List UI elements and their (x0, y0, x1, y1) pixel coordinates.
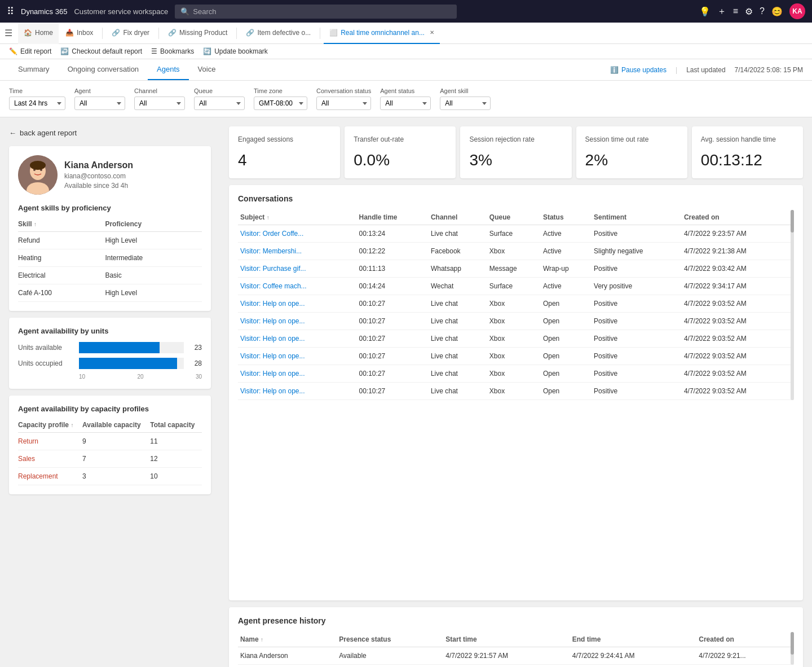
capacity-row: Replacement310 (18, 468, 202, 485)
skill-name: Electrical (18, 267, 105, 284)
conv-status: Active (541, 277, 592, 295)
capacity-available: 9 (82, 433, 150, 450)
settings-icon[interactable]: ⚙ (745, 6, 753, 17)
presence-col-start: Start time (443, 632, 570, 647)
filter-timezone-select[interactable]: GMT-08:00 (254, 96, 307, 110)
tab-bar: ☰ 🏠 Home 📥 Inbox 🔗 Fix dryer 🔗 Missing P… (0, 23, 812, 44)
skill-name: Refund (18, 232, 105, 249)
filter-agent-status-select[interactable]: All (380, 96, 431, 110)
tab-home[interactable]: 🏠 Home (18, 23, 59, 44)
conv-status: Open (541, 365, 592, 382)
update-bookmark-button[interactable]: 🔄 Update bookmark (203, 47, 268, 55)
conv-sentiment: Positive (592, 312, 682, 330)
conv-created: 4/7/2022 9:23:57 AM (682, 225, 794, 242)
conv-subject[interactable]: Visitor: Membershi... (238, 242, 357, 260)
filter-channel-select[interactable]: All (134, 96, 185, 110)
metric-value: 2% (585, 151, 678, 169)
report-tabs: Summary Ongoing conversation Agents Voic… (0, 59, 812, 81)
conversation-row: Visitor: Purchase gif... 00:11:13 Whatsa… (238, 260, 794, 277)
capacity-profile-name[interactable]: Return (18, 433, 82, 450)
add-icon[interactable]: ＋ (717, 6, 726, 17)
scrollbar-thumb[interactable] (791, 210, 794, 232)
checkout-button[interactable]: ↩️ Checkout default report (60, 47, 142, 55)
tab-summary[interactable]: Summary (9, 59, 59, 80)
agent-email: kiana@contoso.com (64, 172, 133, 180)
tab-item-defective[interactable]: 🔗 Item defective o... (240, 23, 316, 44)
user-icon[interactable]: 😊 (771, 6, 783, 17)
conv-subject[interactable]: Visitor: Help on ope... (238, 365, 357, 382)
tab-close-icon[interactable]: ✕ (430, 29, 434, 36)
conv-created: 4/7/2022 9:34:17 AM (682, 277, 794, 295)
conv-handle: 00:10:27 (357, 295, 429, 312)
conv-queue: Xbox (487, 382, 541, 400)
filter-icon[interactable]: ≡ (733, 6, 738, 16)
conv-subject[interactable]: Visitor: Help on ope... (238, 330, 357, 347)
conv-sentiment: Positive (592, 330, 682, 347)
skills-table: Skill ↑ Proficiency RefundHigh LevelHeat… (18, 217, 202, 302)
conv-queue: Xbox (487, 347, 541, 365)
conv-created: 4/7/2022 9:03:52 AM (682, 330, 794, 347)
conv-channel: Live chat (429, 347, 487, 365)
tab-missing-product[interactable]: 🔗 Missing Product (162, 23, 233, 44)
bar-fill (79, 342, 160, 353)
filter-queue-select[interactable]: All (194, 96, 245, 110)
tab-ongoing[interactable]: Ongoing conversation (59, 59, 148, 80)
capacity-profile-name[interactable]: Replacement (18, 468, 82, 485)
edit-report-button[interactable]: ✏️ Edit report (9, 47, 51, 55)
skills-row: Café A-100High Level (18, 284, 202, 302)
filter-conv-status-select[interactable]: All (316, 96, 371, 110)
conv-subject[interactable]: Visitor: Coffee mach... (238, 277, 357, 295)
pause-updates-button[interactable]: ℹ️ Pause updates (610, 66, 667, 74)
tab-realtime[interactable]: ⬜ Real time omnichannel an... ✕ (324, 23, 440, 44)
conv-subject[interactable]: Visitor: Help on ope... (238, 347, 357, 365)
capacity-row: Return911 (18, 433, 202, 450)
capacity-sort-icon[interactable]: ↑ (70, 422, 73, 428)
skill-name: Café A-100 (18, 284, 105, 302)
conv-subject[interactable]: Visitor: Order Coffe... (238, 225, 357, 242)
back-link[interactable]: ← back agent report (9, 126, 211, 139)
search-input[interactable] (193, 7, 451, 16)
lightbulb-icon[interactable]: 💡 (699, 6, 710, 17)
conv-subject[interactable]: Visitor: Help on ope... (238, 312, 357, 330)
conversation-row: Visitor: Order Coffe... 00:13:24 Live ch… (238, 225, 794, 242)
presence-scrollbar-thumb[interactable] (791, 632, 794, 655)
conv-status: Open (541, 382, 592, 400)
capacity-table: Capacity profile ↑ Available capacity To… (18, 418, 202, 485)
presence-sort-icon[interactable]: ↑ (261, 637, 263, 643)
help-icon[interactable]: ? (760, 6, 765, 16)
hamburger-icon[interactable]: ☰ (5, 28, 12, 38)
tab-voice[interactable]: Voice (189, 59, 225, 80)
filter-conv-status: Conversation status All (316, 87, 371, 110)
filter-time-select[interactable]: Last 24 hrs (9, 96, 65, 110)
search-container[interactable]: 🔍 (175, 5, 457, 19)
waffle-icon[interactable]: ⠿ (7, 5, 14, 17)
conversation-row: Visitor: Help on ope... 00:10:27 Live ch… (238, 312, 794, 330)
tab-fix-dryer[interactable]: 🔗 Fix dryer (106, 23, 155, 44)
filter-agent-skill-select[interactable]: All (440, 96, 491, 110)
availability-card: Agent availability by units Units availa… (9, 318, 211, 389)
presence-table: Name ↑ Presence status Start time End ti… (238, 632, 794, 665)
conv-queue: Xbox (487, 312, 541, 330)
bar-axis: 10 20 30 (18, 374, 202, 380)
bookmarks-button[interactable]: ☰ Bookmarks (151, 47, 194, 55)
conv-subject[interactable]: Visitor: Purchase gif... (238, 260, 357, 277)
capacity-total: 12 (150, 450, 202, 468)
avatar[interactable]: KA (789, 3, 805, 19)
presence-scrollbar[interactable] (791, 632, 794, 665)
conv-handle: 00:10:27 (357, 382, 429, 400)
filter-agent-skill: Agent skill All (440, 87, 491, 110)
conv-queue: Xbox (487, 242, 541, 260)
presence-created: 4/7/2022 9:21... (696, 647, 794, 665)
capacity-profile-name[interactable]: Sales (18, 450, 82, 468)
tab-inbox[interactable]: 📥 Inbox (60, 23, 99, 44)
skill-sort-icon[interactable]: ↑ (34, 221, 37, 227)
availability-bar-row: Units available 23 (18, 342, 202, 353)
subject-sort-icon[interactable]: ↑ (267, 214, 270, 221)
filter-agent-select[interactable]: All (74, 96, 125, 110)
conv-subject[interactable]: Visitor: Help on ope... (238, 295, 357, 312)
skills-title: Agent skills by proficiency (18, 204, 202, 212)
conv-subject[interactable]: Visitor: Help on ope... (238, 382, 357, 400)
scrollbar[interactable] (791, 210, 794, 400)
capacity-title: Agent availability by capacity profiles (18, 405, 202, 413)
tab-agents[interactable]: Agents (148, 59, 188, 80)
